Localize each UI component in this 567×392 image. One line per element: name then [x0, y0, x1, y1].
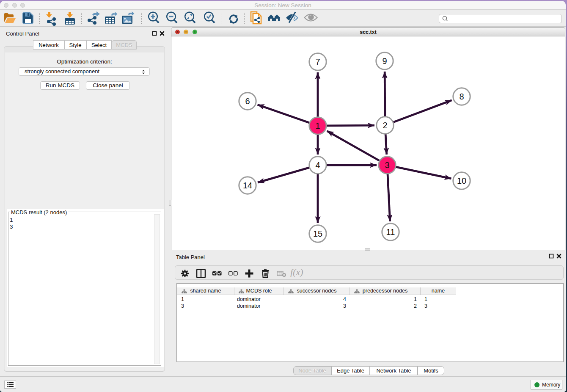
- svg-text:1: 1: [315, 121, 320, 130]
- svg-text:7: 7: [315, 57, 320, 66]
- svg-text:6: 6: [245, 97, 250, 106]
- svg-text:14: 14: [242, 181, 252, 190]
- svg-text:4: 4: [315, 160, 320, 170]
- svg-text:3: 3: [385, 160, 389, 170]
- svg-text:2: 2: [383, 121, 387, 130]
- svg-text:9: 9: [382, 56, 387, 66]
- svg-text:15: 15: [313, 229, 322, 238]
- svg-text:8: 8: [459, 92, 464, 101]
- svg-text:10: 10: [457, 176, 466, 185]
- svg-text:11: 11: [386, 227, 395, 237]
